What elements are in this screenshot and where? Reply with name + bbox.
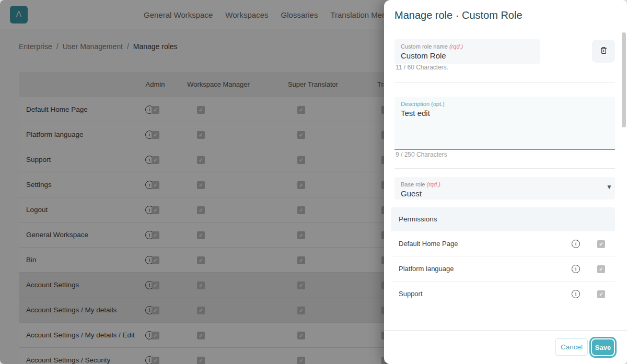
drawer-footer: Cancel Save [384,330,627,364]
permissions-section-header: Permissions [391,207,615,231]
permission-row: Support [391,281,615,307]
save-button[interactable]: Save [591,338,615,356]
checkbox-checked[interactable] [597,290,605,298]
description-field[interactable]: Description (opt.) Test edit [394,97,615,150]
cancel-button[interactable]: Cancel [555,338,588,356]
divider [394,168,615,169]
permission-row: Platform language [391,256,615,281]
checkbox-checked[interactable] [597,240,605,248]
delete-role-button[interactable] [592,40,615,63]
scrollbar-thumb[interactable] [622,32,626,127]
permission-label: Platform language [399,256,454,281]
custom-role-name-field[interactable]: Custom role name (rqd.) Custom Role [394,39,540,64]
custom-role-name-value: Custom Role [401,51,533,60]
checkbox-checked[interactable] [597,265,605,273]
info-icon[interactable] [572,290,580,298]
info-icon[interactable] [572,265,580,273]
custom-role-name-label-text: Custom role name [401,43,448,50]
custom-role-name-label: Custom role name (rqd.) [401,43,533,50]
chevron-down-icon[interactable]: ▼ [606,183,612,191]
trash-icon [599,45,609,57]
description-label: Description (opt.) [401,101,609,107]
permission-row: Default Home Page [391,231,615,256]
permissions-list: Default Home PagePlatform languageSuppor… [391,231,615,307]
required-tag: (rqd.) [449,43,463,50]
required-tag: (rqd.) [427,181,440,187]
description-value: Test edit [401,109,609,118]
permission-label: Support [399,281,423,307]
description-char-counter: 9 / 250 Characters [396,151,447,158]
permission-label: Default Home Page [399,231,458,256]
base-role-label-text: Base role [401,181,425,187]
app-screen: Λ General WorkspaceWorkspacesGlossariesT… [0,0,627,364]
manage-role-drawer: Manage role · Custom Role Custom role na… [384,0,627,364]
divider [394,83,615,83]
drawer-scrollbar[interactable] [622,1,626,363]
base-role-select[interactable]: Base role (rqd.) Guest [394,177,615,199]
base-role-value: Guest [401,189,609,198]
base-role-label: Base role (rqd.) [401,181,609,187]
name-char-counter: 11 / 60 Characters. [396,64,448,71]
drawer-title: Manage role · Custom Role [394,9,522,21]
info-icon[interactable] [572,240,580,248]
